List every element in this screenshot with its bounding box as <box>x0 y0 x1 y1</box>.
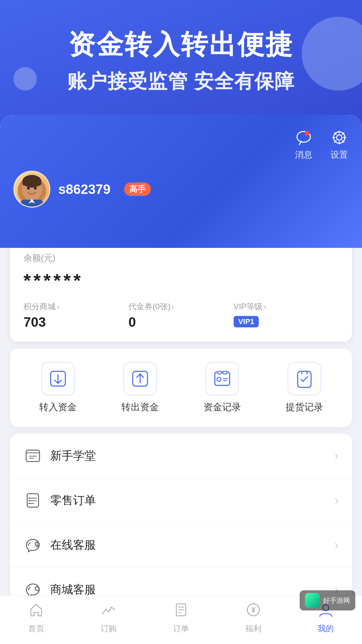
menu-card: 新手学堂 › 零售订单 › <box>10 434 352 595</box>
svg-point-1 <box>305 131 309 136</box>
voucher-label: 代金券(0张) › <box>128 301 233 312</box>
avatar <box>13 171 50 208</box>
retail-order-icon <box>23 491 42 510</box>
points-stat[interactable]: 积分商城 › 703 <box>23 301 128 330</box>
nav-welfare-label: 福利 <box>245 623 261 634</box>
asset-title: 我的资产 <box>23 248 339 250</box>
svg-rect-15 <box>218 371 222 374</box>
message-button[interactable]: 消息 <box>294 128 313 161</box>
customer-service-icon <box>23 536 42 554</box>
transfer-out-icon <box>123 362 157 395</box>
retail-order-label: 零售订单 <box>50 493 335 508</box>
svg-point-21 <box>28 497 30 499</box>
svg-point-25 <box>35 587 39 591</box>
settings-icon <box>330 128 349 147</box>
header-title-1: 资金转入转出便捷 <box>20 27 342 63</box>
header-area: 资金转入转出便捷 账户接受监管 安全有保障 <box>0 0 362 108</box>
message-icon <box>294 128 313 147</box>
action-fund-records[interactable]: 资金记录 <box>203 362 241 414</box>
svg-point-23 <box>28 503 30 504</box>
actions-card: 转入资金 转出资金 <box>10 348 352 427</box>
welfare-icon: ¥ <box>246 602 261 621</box>
voucher-chevron-icon: › <box>172 303 174 311</box>
actions-grid: 转入资金 转出资金 <box>17 362 345 414</box>
voucher-value: 0 <box>128 315 233 330</box>
pickup-records-icon <box>288 362 321 395</box>
asset-card: 我的资产 余额(元) ****** 积分商城 › 703 代金券(0张) <box>10 248 352 342</box>
shop-service-icon <box>23 580 42 595</box>
nav-home-label: 首页 <box>28 623 44 634</box>
message-label: 消息 <box>295 149 312 161</box>
main-card: 消息 设置 <box>0 115 362 644</box>
username: s862379 <box>58 182 111 197</box>
nav-subscribe-label: 订购 <box>101 623 117 634</box>
customer-service-chevron-icon: › <box>335 538 339 552</box>
svg-point-9 <box>34 187 37 190</box>
menu-item-beginner[interactable]: 新手学堂 › <box>10 434 352 478</box>
home-icon <box>29 602 44 621</box>
nav-mine-label: 我的 <box>318 623 334 634</box>
vip-label: VIP等级 › <box>234 301 339 312</box>
nav-orders[interactable]: 订单 <box>145 602 217 634</box>
svg-rect-16 <box>223 371 227 374</box>
app-wrapper: 资金转入转出便捷 账户接受监管 安全有保障 消息 <box>0 0 362 644</box>
nav-welfare[interactable]: ¥ 福利 <box>217 602 290 634</box>
header-title-2: 账户接受监管 安全有保障 <box>20 68 342 95</box>
user-badge: 高手 <box>124 182 151 196</box>
watermark-icon <box>305 593 320 608</box>
asset-subtitle: 余额(元) <box>23 252 339 264</box>
profile-section: 消息 设置 <box>0 115 362 248</box>
menu-item-retail-order[interactable]: 零售订单 › <box>10 478 352 523</box>
subscribe-icon <box>101 602 116 621</box>
vip-stat[interactable]: VIP等级 › VIP1 <box>234 301 339 330</box>
transfer-out-label: 转出资金 <box>121 401 159 414</box>
orders-icon <box>174 602 188 621</box>
profile-top-icons: 消息 设置 <box>13 128 349 161</box>
beginner-label: 新手学堂 <box>50 448 335 464</box>
fund-records-label: 资金记录 <box>203 401 241 414</box>
points-label: 积分商城 › <box>23 301 128 312</box>
pickup-records-label: 提货记录 <box>286 401 323 414</box>
svg-point-2 <box>337 135 342 140</box>
settings-button[interactable]: 设置 <box>330 128 349 161</box>
nav-orders-label: 订单 <box>173 623 189 634</box>
nav-subscribe[interactable]: 订购 <box>72 602 145 634</box>
svg-point-22 <box>28 500 30 501</box>
points-chevron-icon: › <box>57 303 59 311</box>
transfer-in-icon <box>41 362 75 395</box>
svg-point-8 <box>27 187 30 190</box>
customer-service-label: 在线客服 <box>50 537 335 553</box>
menu-item-customer-service[interactable]: 在线客服 › <box>10 523 352 568</box>
asset-amount: ****** <box>23 269 339 291</box>
action-transfer-in[interactable]: 转入资金 <box>39 362 77 414</box>
action-transfer-out[interactable]: 转出资金 <box>121 362 159 414</box>
profile-user-row: s862379 高手 <box>13 171 349 208</box>
action-pickup-records[interactable]: 提货记录 <box>286 362 323 414</box>
voucher-stat[interactable]: 代金券(0张) › 0 <box>128 301 233 330</box>
transfer-in-label: 转入资金 <box>39 401 77 414</box>
vip-chevron-icon: › <box>264 303 266 311</box>
retail-order-chevron-icon: › <box>335 493 339 507</box>
svg-point-17 <box>217 377 221 381</box>
scroll-area[interactable]: 我的资产 余额(元) ****** 积分商城 › 703 代金券(0张) <box>0 248 362 595</box>
beginner-chevron-icon: › <box>335 449 339 463</box>
watermark-text: 好手游网 <box>323 596 350 605</box>
nav-home[interactable]: 首页 <box>0 602 72 634</box>
points-value: 703 <box>23 315 128 330</box>
settings-label: 设置 <box>330 149 348 161</box>
beginner-icon <box>23 446 42 465</box>
svg-text:¥: ¥ <box>251 606 256 614</box>
watermark: 好手游网 <box>300 590 355 610</box>
asset-stats: 积分商城 › 703 代金券(0张) › 0 V <box>23 301 339 330</box>
svg-rect-7 <box>22 180 42 185</box>
fund-records-icon <box>205 362 239 395</box>
vip-badge: VIP1 <box>234 316 259 327</box>
shop-service-label: 商城客服 <box>50 582 335 595</box>
